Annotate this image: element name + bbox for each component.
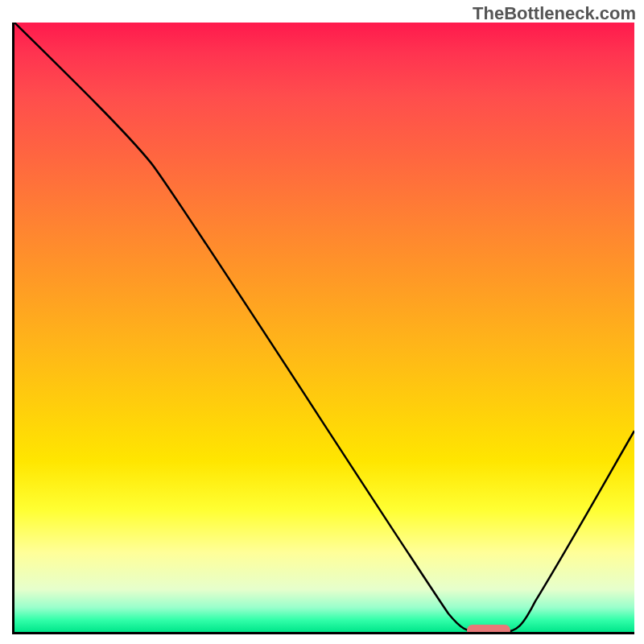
chart-plot-area bbox=[12, 23, 634, 634]
curve-line bbox=[14, 23, 634, 632]
watermark-text: TheBottleneck.com bbox=[473, 3, 636, 24]
optimal-marker bbox=[467, 625, 510, 634]
